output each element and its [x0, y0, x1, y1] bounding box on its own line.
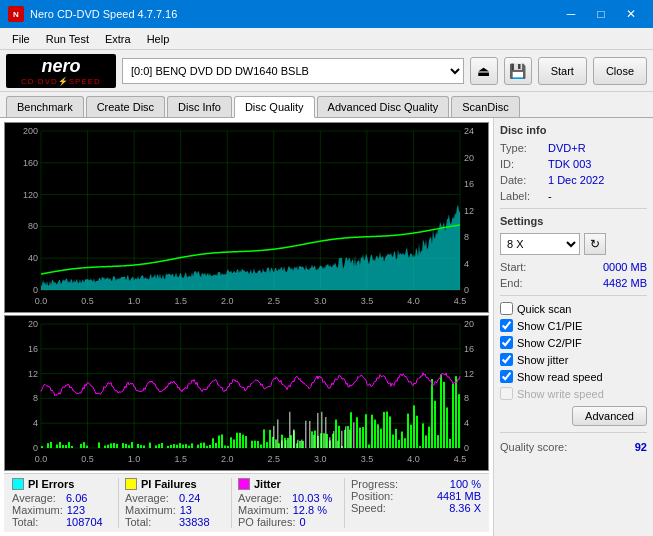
- jitter-group: Jitter Average: 10.03 % Maximum: 12.8 % …: [238, 478, 338, 528]
- show-c1pie-checkbox[interactable]: [500, 319, 513, 332]
- advanced-button[interactable]: Advanced: [572, 406, 647, 426]
- start-button[interactable]: Start: [538, 57, 587, 85]
- title-bar: N Nero CD-DVD Speed 4.7.7.16 ─ □ ✕: [0, 0, 653, 28]
- title-bar-controls: ─ □ ✕: [557, 4, 645, 24]
- pi-failures-values: Average: 0.24 Maximum: 13 Total: 33838: [125, 492, 210, 528]
- show-jitter-checkbox[interactable]: [500, 353, 513, 366]
- disc-type-row: Type: DVD+R: [500, 142, 647, 154]
- pi-errors-legend-label: PI Errors: [28, 478, 74, 490]
- menu-extra[interactable]: Extra: [97, 29, 139, 49]
- tab-disc-info[interactable]: Disc Info: [167, 96, 232, 117]
- menu-bar: File Run Test Extra Help: [0, 28, 653, 50]
- toolbar: nero CD·DVD⚡SPEED [0:0] BENQ DVD DD DW16…: [0, 50, 653, 92]
- main-content: PI Errors Average: 6.06 Maximum: 123 Tot…: [0, 118, 653, 536]
- tab-disc-quality[interactable]: Disc Quality: [234, 96, 315, 118]
- show-read-speed-checkbox[interactable]: [500, 370, 513, 383]
- tab-benchmark[interactable]: Benchmark: [6, 96, 84, 117]
- speed-row: 8 X Max 2 X 4 X 16 X ↻: [500, 233, 647, 255]
- disc-date-row: Date: 1 Dec 2022: [500, 174, 647, 186]
- app-icon: N: [8, 6, 24, 22]
- chart-area: PI Errors Average: 6.06 Maximum: 123 Tot…: [0, 118, 493, 536]
- show-read-speed-row[interactable]: Show read speed: [500, 370, 647, 383]
- show-c2pif-row[interactable]: Show C2/PIF: [500, 336, 647, 349]
- tab-scan-disc[interactable]: ScanDisc: [451, 96, 519, 117]
- pi-failures-group: PI Failures Average: 0.24 Maximum: 13 To…: [125, 478, 225, 528]
- menu-help[interactable]: Help: [139, 29, 178, 49]
- jitter-legend-label: Jitter: [254, 478, 281, 490]
- disc-info-title: Disc info: [500, 124, 647, 136]
- quality-score-row: Quality score: 92: [500, 441, 647, 453]
- tabs: Benchmark Create Disc Disc Info Disc Qua…: [0, 92, 653, 118]
- close-button[interactable]: ✕: [617, 4, 645, 24]
- refresh-button[interactable]: ↻: [584, 233, 606, 255]
- end-mb-row: End: 4482 MB: [500, 277, 647, 289]
- close-disc-button[interactable]: Close: [593, 57, 647, 85]
- eject-button[interactable]: ⏏: [470, 57, 498, 85]
- jitter-legend-box: [238, 478, 250, 490]
- tab-advanced-disc-quality[interactable]: Advanced Disc Quality: [317, 96, 450, 117]
- nero-logo: nero CD·DVD⚡SPEED: [6, 54, 116, 88]
- chart-wrapper: [4, 122, 489, 473]
- menu-run-test[interactable]: Run Test: [38, 29, 97, 49]
- settings-title: Settings: [500, 215, 647, 227]
- minimize-button[interactable]: ─: [557, 4, 585, 24]
- disc-id-row: ID: TDK 003: [500, 158, 647, 170]
- pi-errors-legend-box: [12, 478, 24, 490]
- bottom-stats: PI Errors Average: 6.06 Maximum: 123 Tot…: [4, 473, 489, 532]
- show-write-speed-row[interactable]: Show write speed: [500, 387, 647, 400]
- show-c2pif-checkbox[interactable]: [500, 336, 513, 349]
- disc-label-row: Label: -: [500, 190, 647, 202]
- top-chart: [4, 122, 489, 313]
- drive-select[interactable]: [0:0] BENQ DVD DD DW1640 BSLB: [122, 58, 464, 84]
- show-write-speed-checkbox: [500, 387, 513, 400]
- pi-failures-legend-box: [125, 478, 137, 490]
- pi-errors-group: PI Errors Average: 6.06 Maximum: 123 Tot…: [12, 478, 112, 528]
- quick-scan-checkbox[interactable]: [500, 302, 513, 315]
- start-mb-row: Start: 0000 MB: [500, 261, 647, 273]
- save-button[interactable]: 💾: [504, 57, 532, 85]
- menu-file[interactable]: File: [4, 29, 38, 49]
- pi-failures-legend-label: PI Failures: [141, 478, 197, 490]
- progress-section: Progress: 100 % Position: 4481 MB Speed:…: [351, 478, 481, 528]
- quick-scan-row[interactable]: Quick scan: [500, 302, 647, 315]
- title-bar-title: Nero CD-DVD Speed 4.7.7.16: [30, 8, 177, 20]
- pi-errors-values: Average: 6.06 Maximum: 123 Total: 108704: [12, 492, 103, 528]
- jitter-values: Average: 10.03 % Maximum: 12.8 % PO fail…: [238, 492, 332, 528]
- show-c1pie-row[interactable]: Show C1/PIE: [500, 319, 647, 332]
- show-jitter-row[interactable]: Show jitter: [500, 353, 647, 366]
- maximize-button[interactable]: □: [587, 4, 615, 24]
- tab-create-disc[interactable]: Create Disc: [86, 96, 165, 117]
- bottom-chart: [4, 315, 489, 471]
- side-panel: Disc info Type: DVD+R ID: TDK 003 Date: …: [493, 118, 653, 536]
- speed-select[interactable]: 8 X Max 2 X 4 X 16 X: [500, 233, 580, 255]
